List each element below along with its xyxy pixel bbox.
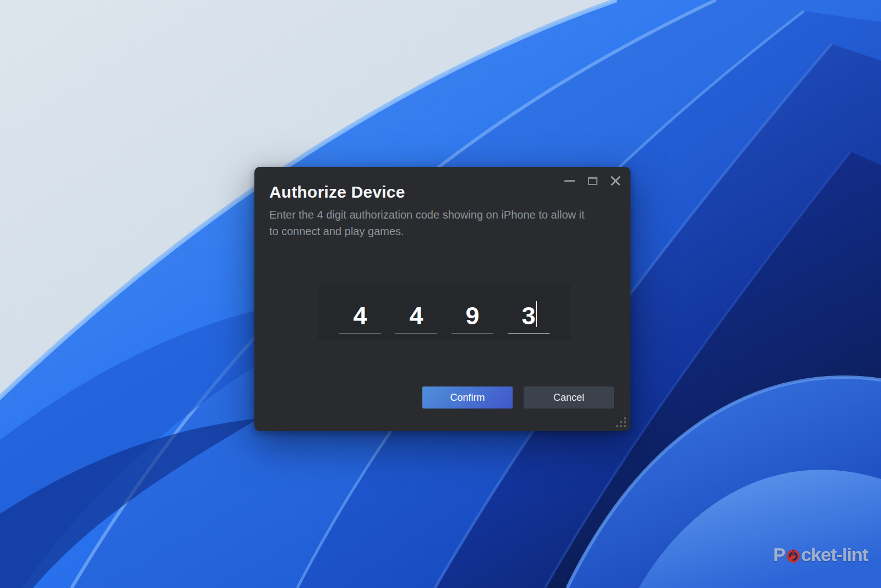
watermark-suffix: cket-lint [801,544,868,565]
maximize-button[interactable] [581,171,604,190]
resize-grip[interactable] [616,417,627,428]
desktop: Authorize Device Enter the 4 digit autho… [0,0,881,588]
code-digit-field-3[interactable]: 9 [452,290,493,334]
text-cursor [536,301,537,327]
code-digit-1: 4 [353,303,367,333]
window-controls [558,171,627,190]
dialog-button-row: Confirm Cancel [422,386,614,409]
maximize-icon [588,177,597,185]
pocket-lint-watermark: P cket-lint [773,544,868,565]
confirm-button[interactable]: Confirm [422,386,513,409]
close-icon [610,175,621,186]
grip-dot [616,425,618,427]
code-digit-field-1[interactable]: 4 [339,290,381,334]
minimize-icon [564,180,575,182]
code-digit-field-2[interactable]: 4 [395,290,437,334]
code-input-panel: 4 4 9 3 [318,285,570,340]
grip-dot [620,421,622,423]
dialog-title: Authorize Device [269,183,405,202]
authorize-device-dialog: Authorize Device Enter the 4 digit autho… [254,167,630,431]
close-button[interactable] [604,171,627,190]
grip-dot [624,417,626,420]
minimize-button[interactable] [558,171,581,190]
cancel-button[interactable]: Cancel [524,386,614,409]
code-digit-2: 4 [409,303,423,333]
grip-dot [624,425,626,427]
code-digit-4: 3 [521,303,535,333]
power-icon [786,548,801,563]
code-digit-field-4[interactable]: 3 [508,290,550,334]
grip-dot [624,421,626,423]
dialog-description: Enter the 4 digit authorization code sho… [269,206,594,239]
code-digit-3: 9 [465,303,479,333]
grip-dot [620,425,622,427]
watermark-prefix: P [773,544,785,565]
